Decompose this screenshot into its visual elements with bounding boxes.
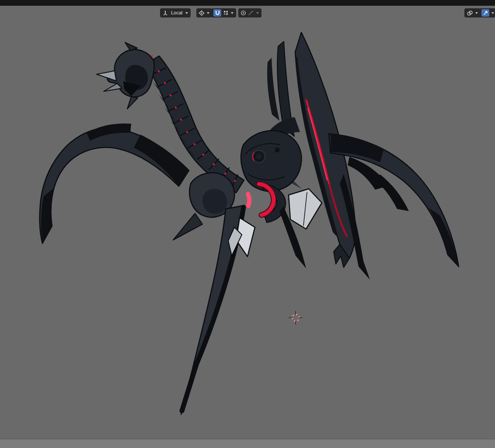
3d-cursor[interactable] xyxy=(289,311,302,324)
chevron-down-icon xyxy=(492,12,494,14)
gizmo-toggle[interactable] xyxy=(481,9,489,17)
blender-window: Local xyxy=(0,0,495,448)
chevron-down-icon xyxy=(207,12,209,14)
snap-target-dropdown[interactable] xyxy=(196,8,212,17)
overlays-dropdown[interactable] xyxy=(464,8,481,17)
viewport-canvas[interactable] xyxy=(0,0,495,448)
orientation-label: Local xyxy=(170,8,183,17)
chevron-down-icon xyxy=(475,12,478,14)
snap-increment-icon[interactable] xyxy=(223,10,229,16)
chevron-down-icon xyxy=(185,12,188,14)
chevron-down-icon xyxy=(231,12,234,14)
falloff-curve-icon[interactable] xyxy=(248,10,254,16)
chevron-down-icon xyxy=(256,12,259,14)
creature-illustration xyxy=(0,0,495,448)
magnet-icon xyxy=(215,10,220,16)
snapping-group xyxy=(211,8,236,17)
proportional-editing-icon[interactable] xyxy=(241,10,246,16)
snap-target-icon xyxy=(199,10,205,16)
gizmos-dropdown[interactable] xyxy=(479,8,495,17)
transform-orientation-icon xyxy=(162,10,168,16)
overlays-icon xyxy=(467,10,473,16)
orientation-dropdown[interactable]: Local xyxy=(160,8,191,17)
status-bar xyxy=(0,439,495,448)
proportional-group xyxy=(238,8,261,17)
gizmo-arrow-icon xyxy=(483,10,488,16)
snap-toggle[interactable] xyxy=(213,9,221,17)
